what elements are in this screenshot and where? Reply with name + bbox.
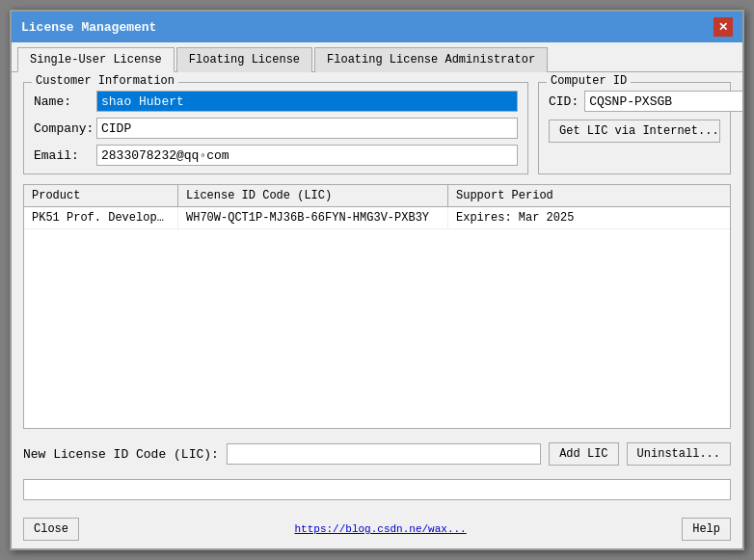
new-lic-label: New License ID Code (LIC): — [23, 447, 219, 462]
col-product: Product — [24, 185, 178, 206]
close-window-button[interactable]: ✕ — [714, 17, 733, 37]
name-label: Name: — [34, 94, 96, 109]
uninstall-button[interactable]: Uninstall... — [627, 442, 731, 466]
footer-right-buttons: Help — [682, 518, 731, 541]
main-content: Customer Information Name: Company: Emai… — [12, 72, 742, 510]
window-title: License Management — [21, 20, 156, 35]
company-input[interactable] — [96, 118, 518, 139]
status-bar — [23, 479, 731, 500]
license-management-window: License Management ✕ Single-User License… — [10, 10, 744, 550]
email-label: Email: — [34, 148, 96, 163]
top-row: Customer Information Name: Company: Emai… — [23, 82, 731, 174]
license-table: Product License ID Code (LIC) Support Pe… — [23, 184, 731, 429]
company-row: Company: — [34, 118, 518, 139]
tab-bar: Single-User License Floating License Flo… — [12, 42, 742, 72]
company-label: Company: — [34, 121, 96, 136]
computer-id-group: Computer ID CID: Get LIC via Internet... — [538, 82, 731, 174]
add-lic-button[interactable]: Add LIC — [549, 442, 618, 466]
table-row[interactable]: PK51 Prof. Developers Kit WH70W-QCT1P-MJ… — [24, 207, 730, 229]
cell-lic: WH70W-QCT1P-MJ36B-66FYN-HMG3V-PXB3Y — [178, 207, 448, 228]
table-header: Product License ID Code (LIC) Support Pe… — [24, 185, 730, 207]
customer-info-label: Customer Information — [32, 74, 178, 88]
customer-info-group: Customer Information Name: Company: Emai… — [23, 82, 528, 174]
email-input[interactable] — [96, 145, 518, 166]
footer: Close https://blog.csdn.ne/wax... Help — [12, 510, 742, 548]
new-lic-bar: New License ID Code (LIC): Add LIC Unins… — [23, 439, 731, 469]
cid-label: CID: — [549, 94, 579, 109]
title-bar: License Management ✕ — [12, 12, 742, 42]
computer-id-label: Computer ID — [547, 74, 631, 88]
cid-row: CID: — [549, 91, 720, 112]
close-button[interactable]: Close — [23, 518, 79, 541]
name-input[interactable] — [96, 91, 518, 112]
col-support: Support Period — [448, 185, 730, 206]
cell-support: Expires: Mar 2025 — [448, 207, 730, 228]
email-row: Email: — [34, 145, 518, 166]
tab-single-user-license[interactable]: Single-User License — [17, 47, 175, 72]
help-button[interactable]: Help — [682, 518, 731, 541]
tab-floating-license[interactable]: Floating License — [176, 47, 312, 72]
tab-floating-license-admin[interactable]: Floating License Administrator — [314, 47, 548, 72]
name-row: Name: — [34, 91, 518, 112]
cid-input[interactable] — [584, 91, 742, 112]
new-lic-input[interactable] — [227, 443, 541, 465]
footer-left-buttons: Close — [23, 518, 79, 541]
footer-url: https://blog.csdn.ne/wax... — [294, 523, 466, 535]
cell-product: PK51 Prof. Developers Kit — [24, 207, 178, 228]
get-lic-button[interactable]: Get LIC via Internet... — [549, 120, 720, 143]
col-lic: License ID Code (LIC) — [178, 185, 448, 206]
